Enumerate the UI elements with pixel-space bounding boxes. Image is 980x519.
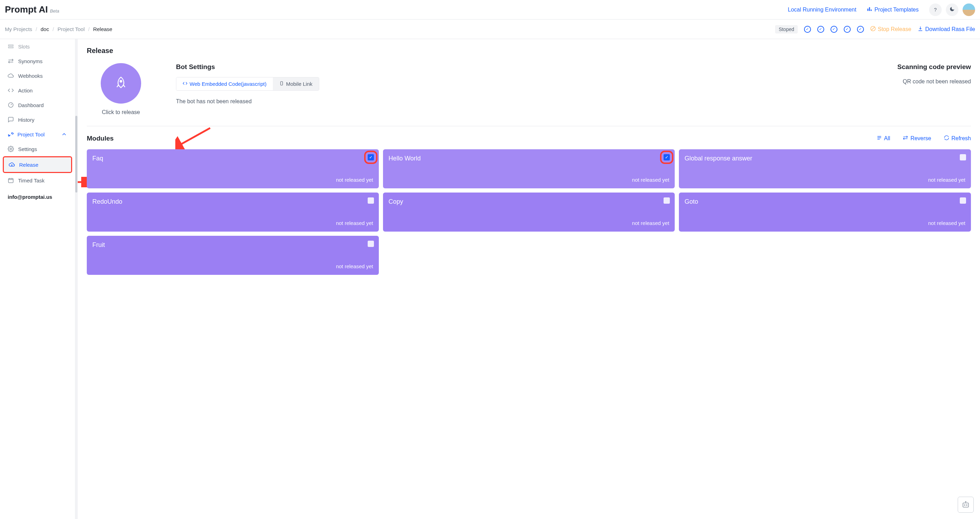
chat-fab[interactable]: [958, 497, 974, 513]
module-name: RedoUndo: [92, 198, 373, 206]
action-label: All: [884, 135, 891, 142]
module-card[interactable]: Gotonot released yet: [679, 193, 971, 232]
moon-icon: [949, 6, 955, 13]
download-rasa-button[interactable]: Download Rasa File: [918, 26, 975, 33]
module-name: Hello World: [388, 155, 670, 162]
svg-line-4: [871, 27, 874, 30]
module-checkbox[interactable]: ✓: [663, 154, 670, 160]
crumb-page: Release: [93, 26, 112, 32]
sidebar-item-release[interactable]: Release: [3, 156, 72, 173]
modules-reverse-button[interactable]: Reverse: [903, 135, 931, 142]
sidebar-item-settings[interactable]: Settings: [3, 142, 72, 156]
bot-settings-column: Bot Settings Web Embedded Code(javascrip…: [176, 63, 877, 105]
sidebar-item-synonyms[interactable]: Synonyms: [3, 54, 72, 69]
sidebar-item-history[interactable]: History: [3, 112, 72, 127]
chat-icon: [8, 117, 14, 123]
action-label: Reverse: [910, 135, 931, 142]
sidebar-item-label: Synonyms: [18, 58, 43, 64]
brand-name: Prompt AI: [5, 4, 48, 15]
modules-all-button[interactable]: All: [877, 135, 891, 142]
sidebar-group-label: Project Tool: [18, 131, 45, 137]
module-checkbox[interactable]: [960, 154, 966, 160]
modules-title: Modules: [87, 135, 114, 142]
tab-web-embedded[interactable]: Web Embedded Code(javascript): [177, 77, 273, 90]
qr-title: Scanning code preview: [897, 63, 971, 71]
module-status: not released yet: [388, 220, 670, 226]
module-checkbox[interactable]: [368, 241, 374, 247]
crumb-project[interactable]: doc: [41, 26, 49, 32]
svg-rect-5: [8, 45, 13, 46]
module-card[interactable]: Copynot released yet: [383, 193, 675, 232]
breadcrumb-bar: My Projects / doc / Project Tool / Relea…: [0, 19, 980, 39]
module-card[interactable]: Fruitnot released yet: [87, 236, 379, 275]
sidebar-item-dashboard[interactable]: Dashboard: [3, 97, 72, 112]
sidebar-item-label: Action: [18, 88, 33, 93]
local-env-label: Local Running Environment: [788, 6, 857, 13]
project-templates-link[interactable]: Project Templates: [867, 6, 919, 13]
tab-mobile-link[interactable]: Mobile Link: [273, 77, 319, 90]
release-button[interactable]: [101, 63, 141, 104]
module-card[interactable]: Global response answernot released yet: [679, 149, 971, 188]
sidebar-item-timed-task[interactable]: Timed Task: [3, 173, 72, 188]
local-env-link[interactable]: Local Running Environment: [788, 6, 857, 13]
avatar[interactable]: [963, 3, 975, 16]
brand: Prompt AI Beta: [5, 4, 59, 15]
bar-chart-icon: [867, 6, 872, 13]
qr-column: Scanning code preview QR code not been r…: [897, 63, 971, 85]
svg-rect-1: [869, 7, 870, 11]
sidebar-scrollbar[interactable]: [75, 39, 78, 519]
svg-point-17: [964, 505, 965, 505]
brand-beta: Beta: [50, 8, 59, 14]
download-icon: [918, 26, 923, 33]
crumb-section[interactable]: Project Tool: [57, 26, 85, 32]
sidebar: Slots Synonyms Webhooks Action Dashboard…: [0, 39, 75, 519]
sidebar-email: info@promptai.us: [3, 188, 72, 206]
module-name: Global response answer: [684, 155, 966, 162]
module-checkbox[interactable]: ✓: [368, 154, 374, 160]
status-badge: Stoped: [775, 25, 797, 34]
question-icon: ?: [934, 7, 937, 13]
theme-toggle[interactable]: [946, 3, 958, 16]
module-status: not released yet: [92, 177, 373, 183]
code-icon: [183, 81, 188, 87]
svg-rect-6: [8, 47, 13, 48]
stop-icon: [870, 26, 876, 33]
module-card[interactable]: Hello Worldnot released yet✓: [383, 149, 675, 188]
sidebar-item-label: Settings: [18, 146, 37, 152]
module-status: not released yet: [388, 177, 670, 183]
module-checkbox[interactable]: [663, 197, 670, 204]
release-trigger: Click to release: [87, 63, 155, 115]
module-status: not released yet: [684, 220, 966, 226]
release-caption: Click to release: [101, 109, 141, 115]
action-label: Refresh: [951, 135, 971, 142]
list-icon: [877, 135, 882, 142]
calendar-icon: [8, 177, 14, 184]
module-status: not released yet: [684, 177, 966, 183]
sidebar-item-webhooks[interactable]: Webhooks: [3, 69, 72, 83]
templates-label: Project Templates: [874, 6, 919, 13]
svg-rect-11: [280, 81, 283, 85]
bot-settings-tabs: Web Embedded Code(javascript) Mobile Lin…: [176, 77, 319, 91]
qr-message: QR code not been released: [897, 78, 971, 85]
sidebar-item-label: Slots: [18, 43, 30, 50]
sidebar-item-label: Dashboard: [18, 102, 44, 108]
module-name: Goto: [684, 198, 966, 206]
module-status: not released yet: [92, 263, 373, 269]
modules-refresh-button[interactable]: Refresh: [944, 135, 971, 142]
module-card[interactable]: Faqnot released yet✓: [87, 149, 379, 188]
module-checkbox[interactable]: [960, 197, 966, 204]
tools-icon: [8, 131, 14, 137]
stop-release-button[interactable]: Stop Release: [870, 26, 912, 33]
tab-label: Web Embedded Code(javascript): [189, 81, 267, 87]
sidebar-item-action[interactable]: Action: [3, 83, 72, 97]
module-name: Fruit: [92, 241, 373, 249]
sidebar-item-slots[interactable]: Slots: [3, 42, 72, 54]
module-checkbox[interactable]: [368, 197, 374, 204]
pipeline-step-icon: ✓: [817, 26, 824, 33]
module-card[interactable]: RedoUndonot released yet: [87, 193, 379, 232]
bot-release-message: The bot has not been released: [176, 98, 877, 105]
crumb-root[interactable]: My Projects: [5, 26, 32, 32]
help-button[interactable]: ?: [929, 3, 942, 16]
module-grid: Faqnot released yet✓Hello Worldnot relea…: [87, 149, 971, 275]
sidebar-group-project-tool[interactable]: Project Tool: [3, 127, 72, 142]
